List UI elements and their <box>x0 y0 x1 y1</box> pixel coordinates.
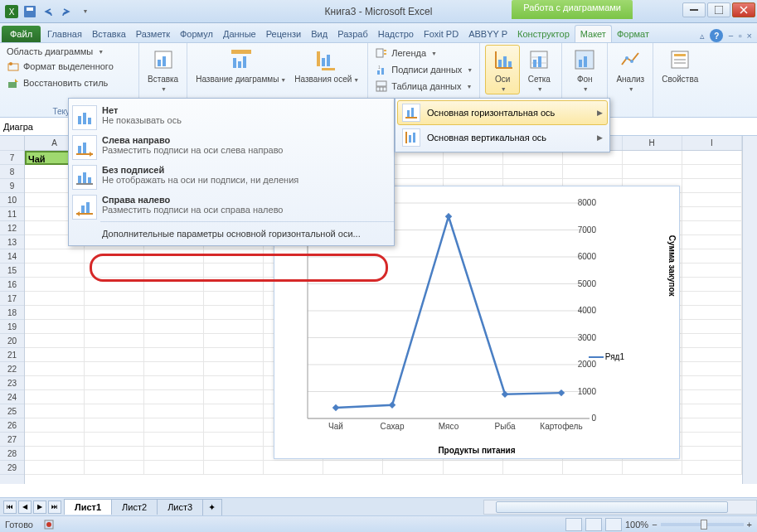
macro-record-icon[interactable] <box>43 519 55 530</box>
cell[interactable] <box>682 193 742 207</box>
cell[interactable] <box>204 461 264 475</box>
cell[interactable] <box>503 461 563 475</box>
doc-close-icon[interactable]: × <box>747 31 752 41</box>
cell[interactable] <box>144 278 204 292</box>
tab-home[interactable]: Главная <box>42 26 87 42</box>
sheet-nav-next[interactable]: ▶ <box>33 501 46 514</box>
cell[interactable] <box>85 264 144 278</box>
cell[interactable] <box>682 221 742 235</box>
sheet-tab[interactable]: Лист3 <box>157 499 203 515</box>
row-header[interactable]: 25 <box>0 404 24 418</box>
cell[interactable] <box>682 348 742 362</box>
tab-addins[interactable]: Надстро <box>373 26 419 42</box>
cell[interactable] <box>85 334 144 348</box>
cell[interactable] <box>682 207 742 221</box>
axis-option-none[interactable]: Нет Не показывать ось <box>102 100 392 130</box>
sheet-nav-prev[interactable]: ◀ <box>18 501 32 514</box>
row-header[interactable]: 13 <box>0 235 24 249</box>
reset-style-button[interactable]: Восстановить стиль <box>5 75 133 91</box>
cell[interactable] <box>323 461 383 475</box>
minimize-button[interactable] <box>682 2 706 17</box>
cell[interactable] <box>204 390 264 404</box>
cell[interactable] <box>144 418 204 433</box>
cell[interactable] <box>204 249 264 264</box>
row-header[interactable]: 18 <box>0 306 24 320</box>
cell[interactable] <box>85 278 144 292</box>
column-header[interactable]: H <box>623 136 682 150</box>
cell[interactable] <box>623 461 682 475</box>
cell[interactable] <box>25 376 85 390</box>
axis-option-rtl[interactable]: Справа налево Разместить подписи на оси … <box>102 190 392 220</box>
cell[interactable] <box>682 151 742 165</box>
cell[interactable] <box>682 264 742 278</box>
cell[interactable] <box>682 292 742 306</box>
cell[interactable] <box>682 390 742 404</box>
row-header[interactable]: 8 <box>0 165 24 179</box>
cell[interactable] <box>85 348 144 362</box>
background-button[interactable]: Фон▼ <box>567 45 602 94</box>
chart-element-dropdown[interactable]: Область диаграммы▼ <box>5 45 133 58</box>
tab-review[interactable]: Рецензи <box>261 26 307 42</box>
axes-menu-vertical[interactable]: Основная вертикальная ось ▶ <box>397 125 608 150</box>
cell[interactable] <box>204 278 264 292</box>
cell[interactable] <box>144 264 204 278</box>
cell[interactable] <box>204 292 264 306</box>
cell[interactable] <box>25 306 85 320</box>
cell[interactable] <box>444 461 503 475</box>
cell[interactable] <box>144 334 204 348</box>
cell[interactable] <box>25 264 85 278</box>
redo-icon[interactable] <box>58 3 75 20</box>
cell[interactable] <box>623 165 682 179</box>
view-normal-button[interactable] <box>565 518 582 531</box>
row-header[interactable]: 7 <box>0 151 24 165</box>
axis-more-options[interactable]: Дополнительные параметры основной горизо… <box>102 224 392 244</box>
cell[interactable] <box>85 306 144 320</box>
tab-file[interactable]: Файл <box>2 26 41 42</box>
tab-chart-format[interactable]: Формат <box>612 26 654 42</box>
cell[interactable] <box>144 447 204 461</box>
properties-button[interactable]: Свойства <box>658 45 701 85</box>
cell[interactable] <box>682 278 742 292</box>
cell[interactable] <box>682 306 742 320</box>
sheet-tab[interactable]: Лист2 <box>111 499 158 515</box>
zoom-out-button[interactable]: − <box>652 520 657 530</box>
cell[interactable] <box>25 390 85 404</box>
cell[interactable] <box>682 433 742 447</box>
row-header[interactable]: 19 <box>0 320 24 334</box>
cell[interactable] <box>204 433 264 447</box>
cell[interactable] <box>204 418 264 433</box>
cell[interactable] <box>144 433 204 447</box>
cell[interactable] <box>563 461 623 475</box>
cell[interactable] <box>682 362 742 376</box>
cell[interactable] <box>144 362 204 376</box>
cell[interactable] <box>144 376 204 390</box>
cell[interactable] <box>682 418 742 433</box>
doc-restore-icon[interactable]: ▫ <box>739 31 742 41</box>
gridlines-button[interactable]: Сетка▼ <box>522 45 556 94</box>
tab-developer[interactable]: Разраб <box>332 26 373 42</box>
view-page-break-button[interactable] <box>605 518 622 531</box>
zoom-slider[interactable] <box>661 523 744 526</box>
tab-chart-layout[interactable]: Макет <box>575 25 612 42</box>
cell[interactable] <box>444 151 503 165</box>
cell[interactable] <box>204 320 264 334</box>
cell[interactable] <box>25 348 85 362</box>
cell[interactable] <box>682 461 742 475</box>
cell[interactable] <box>204 264 264 278</box>
cell[interactable] <box>25 404 85 418</box>
cell[interactable] <box>85 376 144 390</box>
row-header[interactable]: 21 <box>0 348 24 362</box>
row-header[interactable]: 9 <box>0 179 24 193</box>
row-header[interactable]: 15 <box>0 264 24 278</box>
insert-button[interactable]: Вставка▼ <box>144 45 182 94</box>
row-header[interactable]: 24 <box>0 390 24 404</box>
save-icon[interactable] <box>22 3 38 20</box>
row-header[interactable]: 12 <box>0 221 24 235</box>
data-table-button[interactable]: Таблица данных▼ <box>373 78 474 94</box>
cell[interactable] <box>25 447 85 461</box>
close-button[interactable] <box>732 2 755 17</box>
cell[interactable] <box>25 433 85 447</box>
cell[interactable] <box>25 334 85 348</box>
row-header[interactable]: 27 <box>0 433 24 447</box>
cell[interactable] <box>144 404 204 418</box>
